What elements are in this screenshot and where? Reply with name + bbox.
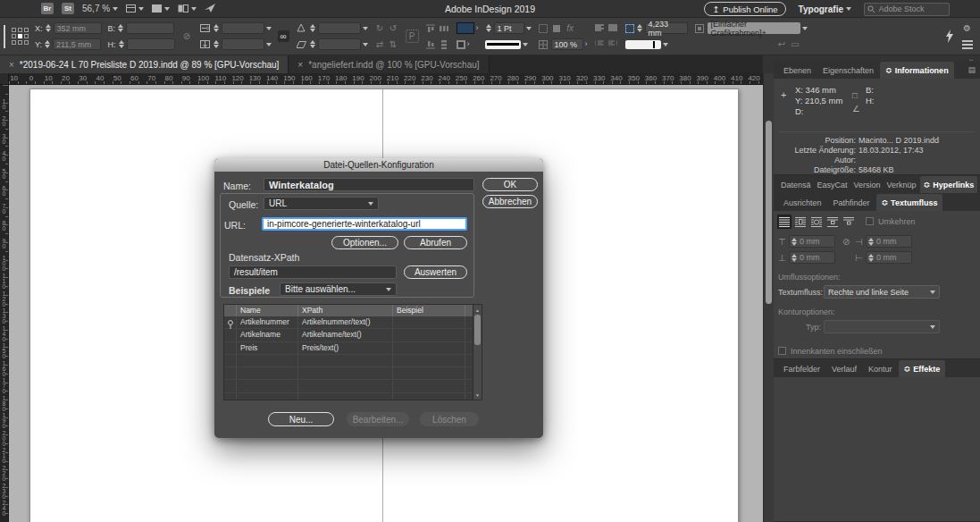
- corner-flyout-icon[interactable]: ›: [585, 40, 588, 48]
- tab-verlauf[interactable]: Verlauf: [826, 360, 862, 377]
- y-position-field[interactable]: 211,5 mm: [53, 38, 101, 50]
- frame-fitting-icon[interactable]: [551, 22, 563, 34]
- align-left-text-icon[interactable]: [594, 22, 606, 34]
- width-stepper[interactable]: [117, 23, 124, 34]
- table-row[interactable]: Preis Preis/text(): [224, 342, 482, 355]
- tab-ebenen[interactable]: Ebenen: [778, 62, 817, 79]
- workspace-switcher[interactable]: Typografie: [799, 4, 851, 14]
- align-top-icon[interactable]: [425, 22, 437, 34]
- panel-menu-icon[interactable]: [962, 40, 973, 49]
- scroll-up-icon[interactable]: ▲: [473, 305, 482, 315]
- abbrechen-button[interactable]: Abbrechen: [482, 195, 538, 208]
- justify-text-icon[interactable]: [607, 22, 619, 34]
- horizontal-ruler[interactable]: 1001020304050607080901001101201301401501…: [9, 73, 763, 85]
- umkehren-checkbox[interactable]: [866, 217, 874, 225]
- tab-textumfluss[interactable]: ≎Textumfluss: [876, 194, 943, 211]
- neu-button[interactable]: Neu...: [268, 412, 334, 426]
- scroll-down-icon[interactable]: ▼: [473, 390, 482, 400]
- scale-y-field[interactable]: [222, 38, 264, 50]
- wrap-object-shape-button[interactable]: [809, 215, 824, 229]
- fill-color-swatch[interactable]: [456, 22, 474, 34]
- typ-dropdown[interactable]: [824, 320, 940, 333]
- close-icon[interactable]: ×: [297, 60, 303, 70]
- ruler-origin-corner[interactable]: [0, 73, 9, 85]
- abrufen-button[interactable]: Abrufen: [404, 236, 467, 249]
- publish-online-button[interactable]: ↥ Publish Online: [704, 2, 785, 16]
- ok-button[interactable]: OK: [482, 178, 538, 191]
- zoom-level-dropdown[interactable]: 56,7 %: [82, 4, 118, 13]
- tab-informationen[interactable]: ≎Informationen: [880, 62, 954, 79]
- wrap-jump-column-button[interactable]: [842, 215, 856, 229]
- adobe-stock-searchbox[interactable]: [864, 3, 950, 16]
- table-row[interactable]: [224, 393, 482, 400]
- stroke-flyout-icon[interactable]: ›: [467, 40, 470, 48]
- arrange-documents-dropdown[interactable]: [178, 4, 197, 13]
- reference-point-proxy[interactable]: [12, 28, 29, 45]
- corner-options-icon[interactable]: [538, 22, 549, 34]
- offset-bottom-field[interactable]: 0 mm: [789, 251, 835, 264]
- optionen-button[interactable]: Optionen...: [331, 236, 398, 249]
- scrollbar-thumb[interactable]: [474, 315, 481, 345]
- tab-verknuepfungen[interactable]: Verknüp: [884, 176, 919, 193]
- clear-overrides-icon[interactable]: ▭: [790, 38, 801, 50]
- link-offsets-icon[interactable]: ⊘: [842, 237, 850, 247]
- height-field[interactable]: [127, 38, 175, 50]
- tab-datensatz[interactable]: Datensä: [778, 176, 814, 193]
- height-stepper[interactable]: [118, 39, 125, 50]
- tab-hyperlinks[interactable]: ≎Hyperlinks: [920, 176, 978, 193]
- constrain-proportions-icon[interactable]: ⊘: [181, 30, 193, 42]
- search-input[interactable]: [877, 4, 946, 14]
- lightning-gpu-icon[interactable]: [943, 30, 955, 42]
- tab-ausrichten[interactable]: Ausrichten: [778, 194, 827, 211]
- gap-stepper[interactable]: [636, 23, 643, 34]
- width-field[interactable]: [126, 22, 174, 34]
- gap-size-field[interactable]: 4,233 mm: [645, 22, 688, 34]
- document-tab-active[interactable]: × *2019-06-24 L 70 Preisliste D 2019.ind…: [0, 55, 289, 73]
- view-options-dropdown[interactable]: [126, 4, 144, 13]
- scale-x-stepper[interactable]: [213, 23, 220, 34]
- table-scrollbar[interactable]: ▲ ▼: [473, 305, 482, 400]
- corner-radius-icon[interactable]: [538, 38, 549, 50]
- stroke-weight-field[interactable]: 1 Pt: [494, 22, 524, 34]
- indent-left-icon[interactable]: [594, 38, 606, 50]
- textumfluss-dropdown[interactable]: Rechte und linke Seite: [824, 285, 940, 299]
- wrap-bounding-box-button[interactable]: [793, 215, 808, 229]
- tab-pathfinder[interactable]: Pathfinder: [828, 194, 875, 211]
- wrap-jump-object-button[interactable]: [825, 215, 840, 229]
- stroke-color-swatch[interactable]: [456, 40, 465, 49]
- align-bottom-icon[interactable]: [425, 38, 437, 50]
- bridge-button[interactable]: Br: [41, 3, 54, 14]
- scale-y-stepper[interactable]: [213, 39, 220, 50]
- wrap-none-button[interactable]: [777, 215, 792, 229]
- innenkanten-checkbox[interactable]: [778, 347, 786, 355]
- tab-effekte[interactable]: ≎Effekte: [899, 360, 946, 377]
- x-stepper[interactable]: [45, 23, 52, 34]
- screen-mode-dropdown[interactable]: [152, 4, 170, 13]
- panel-menu-icon[interactable]: ▤: [967, 66, 976, 74]
- header-xpath[interactable]: XPath: [298, 305, 393, 316]
- gpu-rocket-icon[interactable]: [205, 4, 216, 13]
- table-row[interactable]: Artikelname Artikelname/text(): [224, 329, 482, 341]
- vertical-scrollbar[interactable]: [763, 73, 774, 522]
- scrollbar-thumb[interactable]: [766, 121, 772, 304]
- corner-size-field[interactable]: 100 %: [551, 38, 583, 50]
- flip-vertical-icon[interactable]: ⇅: [388, 38, 399, 50]
- object-style-dropdown[interactable]: [Einfacher Grafikrahmen]+: [708, 22, 800, 34]
- name-field[interactable]: Winterkatalog: [264, 178, 474, 191]
- stock-button[interactable]: St: [62, 3, 74, 14]
- distribute-vertical-icon[interactable]: [439, 38, 450, 50]
- xpath-field[interactable]: /result/item: [229, 265, 397, 279]
- link-scale-icon[interactable]: ∞: [278, 30, 289, 42]
- header-name[interactable]: Name: [237, 305, 298, 316]
- offset-right-field[interactable]: 0 mm: [866, 235, 912, 248]
- rotate-cw-icon[interactable]: ↻: [374, 22, 386, 34]
- stroke-weight-stepper[interactable]: [485, 23, 492, 34]
- tab-kontur[interactable]: Kontur: [863, 360, 898, 377]
- shear-field[interactable]: [318, 38, 361, 50]
- offset-top-field[interactable]: 0 mm: [789, 235, 835, 248]
- gear-icon[interactable]: ⚙: [961, 22, 973, 34]
- effects-fx-icon[interactable]: fx: [565, 22, 576, 34]
- select-container-icon[interactable]: P: [406, 29, 419, 43]
- url-input[interactable]: [262, 217, 467, 231]
- fill-flyout-icon[interactable]: ›: [476, 24, 479, 32]
